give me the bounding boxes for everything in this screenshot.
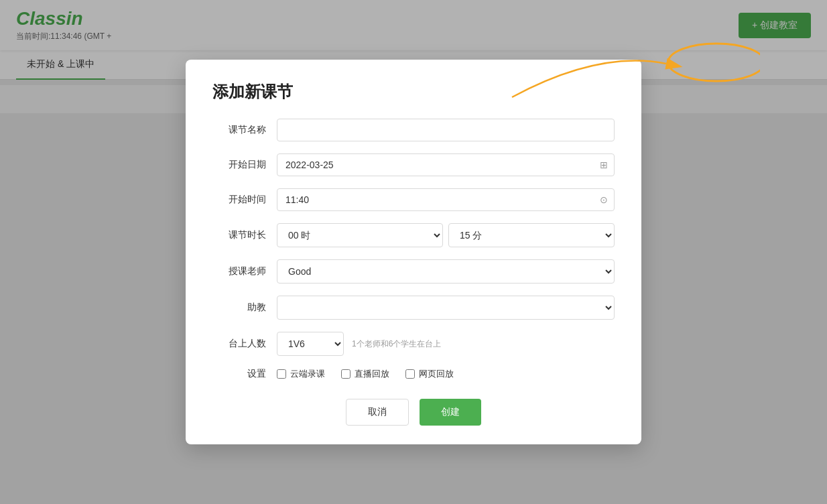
lesson-name-label: 课节名称 xyxy=(212,124,266,136)
lesson-name-input[interactable] xyxy=(277,119,615,141)
cloud-record-label[interactable]: 云端录课 xyxy=(277,368,325,380)
capacity-label: 台上人数 xyxy=(212,338,266,350)
start-date-row: 开始日期 ⊞ xyxy=(212,153,615,176)
modal-title: 添加新课节 xyxy=(212,81,615,103)
modal-overlay: 添加新课节 课节名称 开始日期 ⊞ 开始时间 ⊙ 课节时长 xyxy=(0,0,827,504)
settings-controls: 云端录课 直播回放 网页回放 xyxy=(277,368,615,380)
live-replay-checkbox[interactable] xyxy=(341,369,351,379)
start-time-input[interactable] xyxy=(277,188,615,211)
lesson-name-row: 课节名称 xyxy=(212,119,615,141)
teacher-label: 授课老师 xyxy=(212,265,266,277)
start-time-label: 开始时间 xyxy=(212,194,266,206)
start-time-wrapper: ⊙ xyxy=(277,188,615,211)
cancel-button[interactable]: 取消 xyxy=(346,399,409,426)
live-replay-text: 直播回放 xyxy=(355,368,389,380)
start-time-row: 开始时间 ⊙ xyxy=(212,188,615,211)
web-replay-checkbox[interactable] xyxy=(405,369,415,379)
web-replay-text: 网页回放 xyxy=(419,368,454,380)
assistant-label: 助教 xyxy=(212,302,266,314)
capacity-hint: 1个老师和6个学生在台上 xyxy=(352,338,441,350)
create-button[interactable]: 创建 xyxy=(420,399,481,426)
duration-row: 课节时长 00 时 01 时 02 时 03 时 15 分 30 分 45 分 xyxy=(212,223,615,247)
live-replay-label[interactable]: 直播回放 xyxy=(341,368,389,380)
duration-label: 课节时长 xyxy=(212,229,266,241)
duration-mins-select[interactable]: 15 分 30 分 45 分 xyxy=(448,223,615,247)
duration-hours-select[interactable]: 00 时 01 时 02 时 03 时 xyxy=(277,223,443,247)
assistant-select[interactable] xyxy=(277,296,615,320)
capacity-select[interactable]: 1V6 1V1 1V4 1V16 xyxy=(277,332,344,356)
start-date-label: 开始日期 xyxy=(212,159,266,171)
capacity-row: 台上人数 1V6 1V1 1V4 1V16 1个老师和6个学生在台上 xyxy=(212,332,615,356)
capacity-controls: 1V6 1V1 1V4 1V16 1个老师和6个学生在台上 xyxy=(277,332,615,356)
modal-footer: 取消 创建 xyxy=(212,399,615,426)
cloud-record-checkbox[interactable] xyxy=(277,369,286,379)
settings-label: 设置 xyxy=(212,368,266,380)
web-replay-label[interactable]: 网页回放 xyxy=(405,368,454,380)
duration-selects: 00 时 01 时 02 时 03 时 15 分 30 分 45 分 xyxy=(277,223,615,247)
calendar-icon[interactable]: ⊞ xyxy=(600,160,608,170)
teacher-select[interactable]: Good xyxy=(277,259,615,284)
add-lesson-modal: 添加新课节 课节名称 开始日期 ⊞ 开始时间 ⊙ 课节时长 xyxy=(186,60,641,444)
start-date-input[interactable] xyxy=(277,153,615,176)
settings-row: 设置 云端录课 直播回放 网页回放 xyxy=(212,368,615,380)
assistant-row: 助教 xyxy=(212,296,615,320)
cloud-record-text: 云端录课 xyxy=(290,368,325,380)
start-date-wrapper: ⊞ xyxy=(277,153,615,176)
clock-icon[interactable]: ⊙ xyxy=(600,194,608,205)
teacher-row: 授课老师 Good xyxy=(212,259,615,284)
